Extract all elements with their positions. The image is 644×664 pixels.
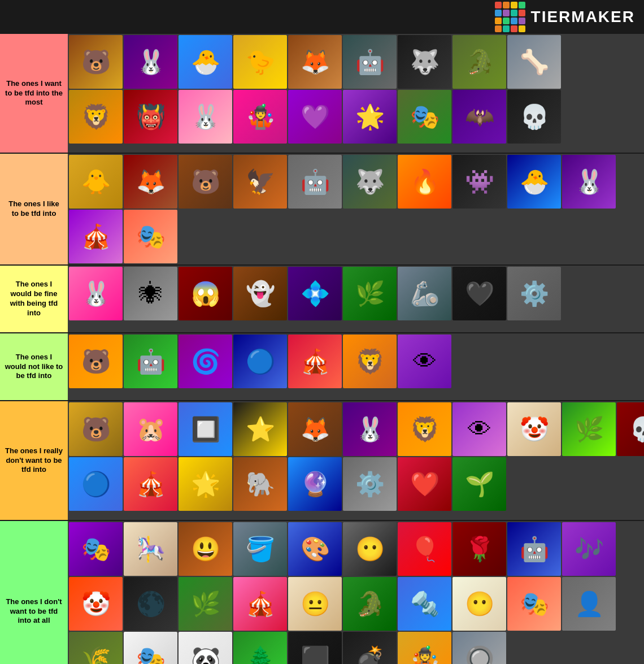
character-cell[interactable]: 🎪 bbox=[69, 210, 123, 263]
character-cell[interactable]: 👾 bbox=[452, 155, 506, 209]
character-cell[interactable]: 🦁 bbox=[69, 90, 123, 144]
character-cell[interactable]: 🐻 bbox=[69, 335, 123, 388]
character-cell[interactable]: ⭐ bbox=[233, 402, 287, 456]
character-cell[interactable]: 🕷 bbox=[124, 267, 177, 320]
character-cell[interactable]: 🎶 bbox=[562, 522, 616, 576]
character-cell[interactable]: 🌟 bbox=[343, 90, 397, 144]
character-cell[interactable]: 👻 bbox=[233, 267, 287, 320]
character-cell[interactable]: 🔵 bbox=[233, 335, 287, 388]
character-cell[interactable]: 🦾 bbox=[398, 267, 451, 320]
character-cell[interactable]: 🐹 bbox=[124, 402, 177, 456]
character-cell[interactable]: 🦁 bbox=[398, 402, 451, 456]
tier-label-5: The ones I really don't want to be tfd i… bbox=[0, 401, 68, 520]
character-cell[interactable]: 🐊 bbox=[343, 577, 397, 631]
character-cell[interactable]: ⚙️ bbox=[343, 457, 397, 511]
character-cell[interactable]: 🎪 bbox=[124, 457, 177, 511]
character-cell[interactable]: 🎭 bbox=[124, 632, 177, 664]
character-cell[interactable]: ⚙️ bbox=[507, 267, 561, 320]
character-cell[interactable]: 🐰 bbox=[124, 35, 177, 89]
character-cell[interactable]: 🐰 bbox=[69, 267, 123, 320]
logo-cell bbox=[519, 10, 525, 16]
character-cell[interactable]: 🎨 bbox=[288, 522, 342, 576]
character-cell[interactable]: 🎭 bbox=[507, 577, 561, 631]
character-cell[interactable]: 👁 bbox=[398, 335, 451, 388]
character-cell[interactable]: 🌿 bbox=[343, 267, 397, 320]
character-cell[interactable]: 🤡 bbox=[507, 402, 561, 456]
character-cell[interactable]: 😶 bbox=[452, 577, 506, 631]
character-cell[interactable]: 🌲 bbox=[233, 632, 287, 664]
character-cell[interactable]: 🐣 bbox=[507, 155, 561, 209]
character-cell[interactable]: 🐺 bbox=[398, 35, 451, 89]
character-cell[interactable]: 🐰 bbox=[179, 90, 232, 144]
character-cell[interactable]: 🎭 bbox=[124, 210, 177, 263]
character-cell[interactable]: 🎭 bbox=[69, 522, 123, 576]
character-cell[interactable]: ⬛ bbox=[288, 632, 342, 664]
character-cell[interactable]: 🌀 bbox=[179, 335, 232, 388]
header: TierMaker bbox=[0, 0, 644, 34]
character-cell[interactable]: 💠 bbox=[288, 267, 342, 320]
character-cell[interactable]: 💀 bbox=[617, 402, 644, 456]
character-cell[interactable]: 🌿 bbox=[562, 402, 616, 456]
character-cell[interactable]: 🐤 bbox=[233, 35, 287, 89]
character-cell[interactable]: 🌹 bbox=[452, 522, 506, 576]
character-cell[interactable]: 🌱 bbox=[452, 457, 506, 511]
character-cell[interactable]: 🤹 bbox=[233, 90, 287, 144]
character-cell[interactable]: 🤖 bbox=[507, 522, 561, 576]
character-cell[interactable]: 🔲 bbox=[179, 402, 232, 456]
character-cell[interactable]: 🌿 bbox=[179, 577, 232, 631]
character-cell[interactable]: 🤡 bbox=[69, 577, 123, 631]
character-cell[interactable]: 🎈 bbox=[398, 522, 451, 576]
character-cell[interactable]: 👁 bbox=[452, 402, 506, 456]
tier-content-1: 🐻 🐰 🐣 🐤 🦊 🤖 🐺 🐊 🦴 🦁 👹 🐰 🤹 💜 🌟 🎭 � bbox=[68, 34, 644, 153]
character-cell[interactable]: 🔥 bbox=[398, 155, 451, 209]
character-cell[interactable]: 🐺 bbox=[343, 155, 397, 209]
character-cell[interactable]: 🦁 bbox=[343, 335, 397, 388]
character-cell[interactable]: 🤖 bbox=[288, 155, 342, 209]
character-cell[interactable]: 🐰 bbox=[343, 402, 397, 456]
character-cell[interactable]: 🦊 bbox=[288, 402, 342, 456]
character-cell[interactable]: ❤️ bbox=[398, 457, 451, 511]
character-cell[interactable]: 😱 bbox=[179, 267, 232, 320]
logo-grid bbox=[495, 2, 525, 32]
character-cell[interactable]: 🌾 bbox=[69, 632, 123, 664]
character-cell[interactable]: 🖤 bbox=[452, 267, 506, 320]
character-cell[interactable]: 😃 bbox=[179, 522, 232, 576]
character-cell[interactable]: 🌑 bbox=[124, 577, 177, 631]
character-cell[interactable]: 🐥 bbox=[69, 155, 123, 209]
character-cell[interactable]: 👹 bbox=[124, 90, 177, 144]
character-cell[interactable]: 🎭 bbox=[398, 90, 451, 144]
tier-content-4: 🐻 🤖 🌀 🔵 🎪 🦁 👁 bbox=[68, 333, 644, 400]
character-cell[interactable]: 🤹 bbox=[398, 632, 451, 664]
character-cell[interactable]: 🦊 bbox=[124, 155, 177, 209]
character-cell[interactable]: 🪣 bbox=[233, 522, 287, 576]
character-cell[interactable]: 🔮 bbox=[288, 457, 342, 511]
character-cell[interactable]: 🔩 bbox=[398, 577, 451, 631]
character-cell[interactable]: 🐻 bbox=[179, 155, 232, 209]
character-cell[interactable]: 🌟 bbox=[179, 457, 232, 511]
character-cell[interactable]: 🐻 bbox=[69, 402, 123, 456]
character-cell[interactable]: 🤖 bbox=[124, 335, 177, 388]
tier-label-2: The ones I like to be tfd into bbox=[0, 154, 68, 264]
character-cell[interactable]: 💀 bbox=[507, 90, 561, 144]
character-cell[interactable]: 🎪 bbox=[288, 335, 342, 388]
character-cell[interactable]: 💜 bbox=[288, 90, 342, 144]
character-cell[interactable]: 🦇 bbox=[452, 90, 506, 144]
character-cell[interactable]: 🐰 bbox=[562, 155, 616, 209]
character-cell[interactable]: 🐣 bbox=[179, 35, 232, 89]
character-cell[interactable]: 🎪 bbox=[233, 577, 287, 631]
character-cell[interactable]: 🐊 bbox=[452, 35, 506, 89]
character-cell[interactable]: 🔵 bbox=[69, 457, 123, 511]
character-cell[interactable]: 💣 bbox=[343, 632, 397, 664]
character-cell[interactable]: 🦊 bbox=[288, 35, 342, 89]
character-cell[interactable]: 🐻 bbox=[69, 35, 123, 89]
character-cell[interactable]: 👤 bbox=[562, 577, 616, 631]
character-cell[interactable]: 😐 bbox=[288, 577, 342, 631]
character-cell[interactable]: 🔘 bbox=[452, 632, 506, 664]
character-cell[interactable]: 🐘 bbox=[233, 457, 287, 511]
character-cell[interactable]: 🐼 bbox=[179, 632, 232, 664]
character-cell[interactable]: 🦅 bbox=[233, 155, 287, 209]
character-cell[interactable]: 🎠 bbox=[124, 522, 177, 576]
character-cell[interactable]: 😶 bbox=[343, 522, 397, 576]
character-cell[interactable]: 🦴 bbox=[507, 35, 561, 89]
character-cell[interactable]: 🤖 bbox=[343, 35, 397, 89]
